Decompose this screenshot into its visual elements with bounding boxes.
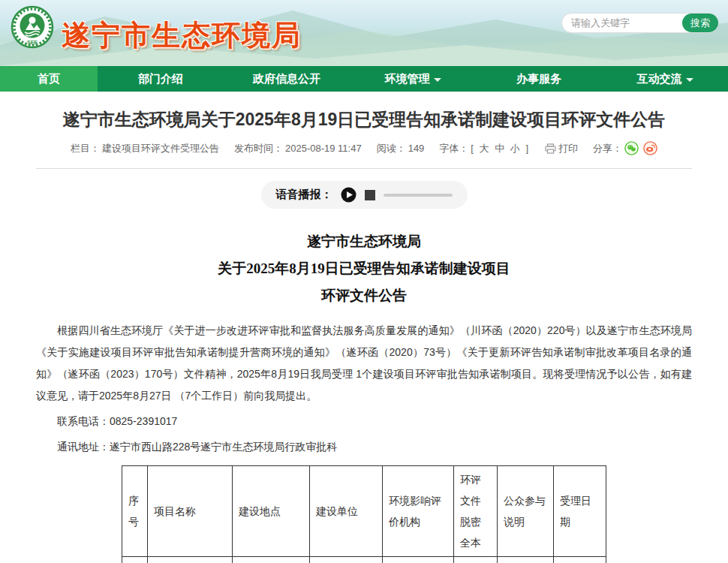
font-size-control[interactable]: 字体： [ 大 中 小 ] <box>439 142 530 155</box>
cell-builder: 电投新能源科技（遂宁）有限公司 <box>310 557 383 563</box>
projects-table-wrap: 序号 项目名称 建设地点 建设单位 环境影响评价机构 环评文件脱密全本 公众参与… <box>36 465 692 563</box>
meta-publish-value: 2025-08-19 11:47 <box>285 143 362 154</box>
nav-item-gov-info[interactable]: 政府信息公开 <box>224 66 350 92</box>
nav-item-departments[interactable]: 部门介绍 <box>98 66 224 92</box>
col-header-location: 建设地点 <box>233 466 310 557</box>
meta-views: 阅读： 149 <box>377 142 425 155</box>
weibo-share-icon[interactable] <box>643 141 657 155</box>
body-paragraph: 根据四川省生态环境厅《关于进一步改进环评审批和监督执法服务高质量发展的通知》（川… <box>36 320 692 407</box>
col-header-accept-date: 受理日期 <box>554 466 606 557</box>
nav-item-home[interactable]: 首页 <box>0 66 98 92</box>
stop-icon[interactable] <box>365 190 375 200</box>
meta-divider <box>36 168 692 169</box>
nav-label: 政府信息公开 <box>253 72 320 86</box>
nav-label: 部门介绍 <box>138 72 183 86</box>
audio-player: 语音播报： <box>261 181 468 209</box>
col-header-project-name: 项目名称 <box>148 466 233 557</box>
chevron-down-icon <box>686 78 693 82</box>
nav-label: 首页 <box>38 72 60 86</box>
print-button[interactable]: 打印 <box>545 142 578 155</box>
table-header-row: 序号 项目名称 建设地点 建设单位 环境影响评价机构 环评文件脱密全本 公众参与… <box>122 466 606 557</box>
search-bar: 搜索 <box>561 13 719 33</box>
doc-heading-line: 环评文件公告 <box>36 282 692 309</box>
audio-player-label: 语音播报： <box>276 188 332 202</box>
wechat-share-icon[interactable] <box>624 141 639 155</box>
main-nav: 首页 部门介绍 政府信息公开 环境管理 办事服务 互动交流 <box>0 66 728 92</box>
document-headings: 遂宁市生态环境局 关于2025年8月19日已受理告知承诺制建设项目 环评文件公告 <box>36 228 692 309</box>
share-label: 分享： <box>593 142 622 155</box>
nav-item-interaction[interactable]: 互动交流 <box>602 66 728 92</box>
meta-category-value: 建设项目环评文件受理公告 <box>102 142 219 155</box>
contact-address: 通讯地址：遂宁市西山路228号遂宁市生态环境局行政审批科 <box>36 436 692 458</box>
font-size-options[interactable]: [ 大 中 小 ] <box>471 142 530 155</box>
col-header-builder: 建设单位 <box>310 466 383 557</box>
cell-public-participation: 见附件 <box>498 557 554 563</box>
article-meta: 栏目： 建设项目环评文件受理公告 发布时间： 2025-08-19 11:47 … <box>36 141 692 155</box>
logo-see-text: SEE <box>27 40 38 45</box>
environment-bureau-logo-icon: SEE <box>11 5 54 49</box>
col-header-public-participation: 公众参与说明 <box>498 466 554 557</box>
meta-views-value: 149 <box>408 143 425 154</box>
font-size-label: 字体： <box>439 142 468 155</box>
meta-category-label: 栏目： <box>71 142 100 155</box>
nav-label: 互动交流 <box>637 72 682 86</box>
contact-phone: 联系电话：0825-2391017 <box>36 411 692 432</box>
doc-heading-line: 遂宁市生态环境局 <box>36 228 692 255</box>
cell-eia-doc: 见附件 <box>454 557 498 563</box>
main-content: 遂宁市生态环境局关于2025年8月19日已受理告知承诺制建设项目环评文件公告 栏… <box>0 108 728 563</box>
cell-project-name: 7.2GW 高效晶体硅异质结光伏电池及组件项目 <box>148 557 233 563</box>
col-header-seq: 序号 <box>122 466 148 557</box>
site-title: 遂宁市生态环境局 <box>62 17 302 55</box>
meta-publish-label: 发布时间： <box>234 142 283 155</box>
cell-seq: 1 <box>122 557 148 563</box>
site-header: SEE 遂宁市生态环境局 搜索 <box>0 0 728 66</box>
doc-heading-line: 关于2025年8月19日已受理告知承诺制建设项目 <box>36 255 692 282</box>
nav-item-env-management[interactable]: 环境管理 <box>350 66 476 92</box>
meta-publish-time: 发布时间： 2025-08-19 11:47 <box>234 142 362 155</box>
print-label: 打印 <box>558 142 578 155</box>
table-row: 1 7.2GW 高效晶体硅异质结光伏电池及组件项目 四川遂宁船山区 电投新能源科… <box>122 557 606 563</box>
audio-progress-bar[interactable] <box>384 194 453 197</box>
chevron-down-icon <box>434 78 441 82</box>
share-group: 分享： <box>593 141 657 155</box>
nav-label: 办事服务 <box>516 72 561 86</box>
meta-views-label: 阅读： <box>377 142 406 155</box>
cell-eia-agency: 信息产业电子第十一设计研究院科技工程股份有限公司 <box>383 557 454 563</box>
nav-item-services[interactable]: 办事服务 <box>476 66 602 92</box>
meta-category: 栏目： 建设项目环评文件受理公告 <box>71 142 219 155</box>
nav-label: 环境管理 <box>385 72 430 86</box>
cell-location: 四川遂宁船山区 <box>233 557 310 563</box>
search-button[interactable]: 搜索 <box>682 14 718 32</box>
cell-accept-date: 2025-8-19 <box>554 557 606 563</box>
printer-icon <box>545 143 556 154</box>
col-header-eia-agency: 环境影响评价机构 <box>383 466 454 557</box>
page-title: 遂宁市生态环境局关于2025年8月19日已受理告知承诺制建设项目环评文件公告 <box>36 108 692 131</box>
play-icon[interactable] <box>341 187 356 203</box>
projects-table: 序号 项目名称 建设地点 建设单位 环境影响评价机构 环评文件脱密全本 公众参与… <box>122 465 606 563</box>
col-header-eia-doc: 环评文件脱密全本 <box>454 466 498 557</box>
